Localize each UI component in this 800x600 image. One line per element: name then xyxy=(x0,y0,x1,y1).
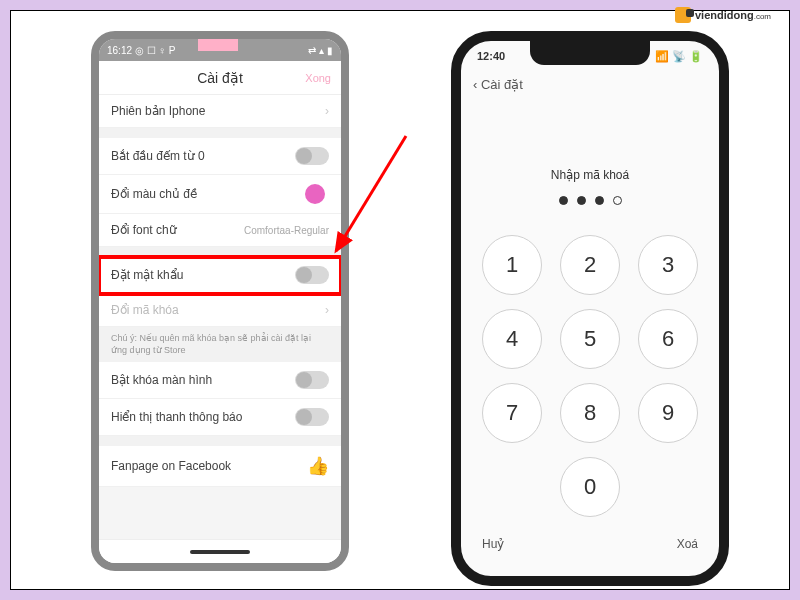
status-icons-left: ◎ ☐ ♀ P xyxy=(135,45,176,56)
row-label: Fanpage on Facebook xyxy=(111,459,231,473)
numeric-keypad: 1 2 3 4 5 6 7 8 9 xyxy=(482,235,698,443)
row-fanpage-facebook[interactable]: Fanpage on Facebook 👍 xyxy=(99,446,341,487)
keypad-8[interactable]: 8 xyxy=(560,383,620,443)
row-change-font[interactable]: Đổi font chữ Comfortaa-Regular xyxy=(99,214,341,247)
keypad-5[interactable]: 5 xyxy=(560,309,620,369)
watermark-sub: .com xyxy=(754,12,771,21)
toggle-switch[interactable] xyxy=(295,147,329,165)
section-gap xyxy=(99,247,341,257)
row-screen-lock[interactable]: Bật khóa màn hình xyxy=(99,362,341,399)
back-label: Cài đặt xyxy=(481,77,523,92)
row-label: Bật khóa màn hình xyxy=(111,373,212,387)
row-change-passcode: Đổi mã khóa › xyxy=(99,294,341,327)
toggle-switch[interactable] xyxy=(295,266,329,284)
keypad-0[interactable]: 0 xyxy=(560,457,620,517)
back-button[interactable]: ‹ Cài đặt xyxy=(461,71,719,98)
watermark-logo-icon xyxy=(675,7,691,23)
android-status-bar: 16:12◎ ☐ ♀ P ⇄ ▴ ▮ xyxy=(99,39,341,61)
row-label: Đặt mật khẩu xyxy=(111,268,183,282)
passcode-dot-icon xyxy=(559,196,568,205)
passcode-screen: Nhập mã khoá 1 2 3 4 5 6 7 8 9 0 xyxy=(461,98,719,551)
toggle-switch[interactable] xyxy=(295,371,329,389)
row-label: Đổi font chữ xyxy=(111,223,177,237)
toggle-switch[interactable] xyxy=(295,408,329,426)
keypad-7[interactable]: 7 xyxy=(482,383,542,443)
keypad-9[interactable]: 9 xyxy=(638,383,698,443)
status-icons-right: ⇄ ▴ ▮ xyxy=(308,45,333,56)
section-gap xyxy=(99,436,341,446)
chevron-right-icon: › xyxy=(325,303,329,317)
row-show-notification-bar[interactable]: Hiển thị thanh thông báo xyxy=(99,399,341,436)
passcode-warning-note: Chú ý: Nếu quên mã khóa bạn sẽ phải cài … xyxy=(99,327,341,362)
watermark-text: viendidong xyxy=(695,9,754,21)
camera-cutout-icon xyxy=(198,37,238,51)
color-swatch-icon xyxy=(305,184,325,204)
android-nav-bar xyxy=(99,539,341,563)
page-title: Cài đặt xyxy=(197,70,243,86)
row-label: Đổi mã khóa xyxy=(111,303,179,317)
row-set-password[interactable]: Đặt mật khẩu xyxy=(99,257,341,294)
row-label: Hiển thị thanh thông báo xyxy=(111,410,242,424)
home-indicator-icon xyxy=(190,550,250,554)
cancel-button[interactable]: Huỷ xyxy=(482,537,504,551)
row-label: Phiên bản Iphone xyxy=(111,104,205,118)
iphone-notch-icon xyxy=(530,41,650,65)
row-theme-color[interactable]: Đổi màu chủ đề xyxy=(99,175,341,214)
font-value: Comfortaa-Regular xyxy=(244,225,329,236)
android-phone-mock: 16:12◎ ☐ ♀ P ⇄ ▴ ▮ Cài đặt Xong Phiên bả… xyxy=(91,31,349,571)
row-iphone-version[interactable]: Phiên bản Iphone › xyxy=(99,95,341,128)
passcode-prompt: Nhập mã khoá xyxy=(551,168,629,182)
tutorial-frame: viendidong.com 16:12◎ ☐ ♀ P ⇄ ▴ ▮ Cài đặ… xyxy=(10,10,790,590)
section-gap xyxy=(99,128,341,138)
iphone-mock: 12:40 📶 📡 🔋 ‹ Cài đặt Nhập mã khoá 1 2 3… xyxy=(451,31,729,586)
status-icons-right: 📶 📡 🔋 xyxy=(655,50,703,63)
status-time: 16:12 xyxy=(107,45,132,56)
passcode-dot-icon xyxy=(613,196,622,205)
watermark: viendidong.com xyxy=(675,7,771,23)
passcode-dot-icon xyxy=(577,196,586,205)
keypad-6[interactable]: 6 xyxy=(638,309,698,369)
keypad-1[interactable]: 1 xyxy=(482,235,542,295)
keypad-2[interactable]: 2 xyxy=(560,235,620,295)
thumbs-up-icon: 👍 xyxy=(307,455,329,477)
delete-button[interactable]: Xoá xyxy=(677,537,698,551)
keypad-4[interactable]: 4 xyxy=(482,309,542,369)
settings-header: Cài đặt Xong xyxy=(99,61,341,95)
keypad-3[interactable]: 3 xyxy=(638,235,698,295)
row-label: Bắt đầu đếm từ 0 xyxy=(111,149,205,163)
passcode-dot-icon xyxy=(595,196,604,205)
done-button[interactable]: Xong xyxy=(305,72,331,84)
row-label: Đổi màu chủ đề xyxy=(111,187,197,201)
passcode-dots xyxy=(559,196,622,205)
chevron-right-icon: › xyxy=(325,104,329,118)
row-count-from-zero[interactable]: Bắt đầu đếm từ 0 xyxy=(99,138,341,175)
status-time: 12:40 xyxy=(477,50,505,62)
